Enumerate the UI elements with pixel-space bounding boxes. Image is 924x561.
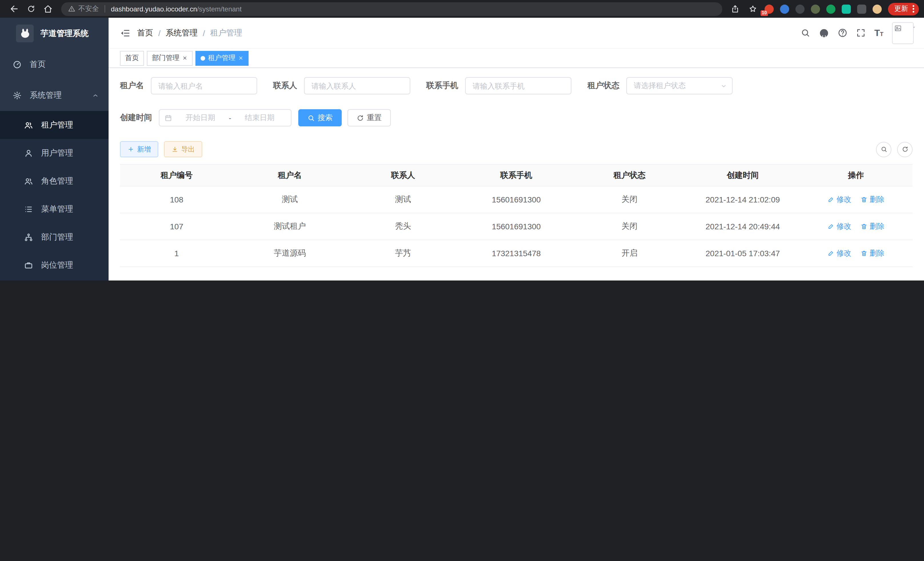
date-separator: - xyxy=(229,114,231,122)
sidebar-item-system[interactable]: 系统管理 xyxy=(0,80,109,111)
close-icon[interactable] xyxy=(182,56,188,61)
header-search-button[interactable] xyxy=(801,28,810,38)
app-logo[interactable]: 芋道管理系统 xyxy=(0,18,109,49)
main-area: 首页 / 系统管理 / 租户管理 TT xyxy=(109,18,924,281)
end-date-placeholder: 结束日期 xyxy=(233,113,286,123)
cell-tenant-name: 测试租户 xyxy=(233,213,346,240)
sidebar-item-dict[interactable]: 字典管理 xyxy=(0,279,109,281)
tab-dept-manage[interactable]: 部门管理 xyxy=(147,51,193,65)
sidebar-item-role[interactable]: 角色管理 xyxy=(0,167,109,195)
help-icon[interactable] xyxy=(838,28,848,38)
filter-label: 租户名 xyxy=(120,81,144,91)
reset-button[interactable]: 重置 xyxy=(347,109,391,126)
sidebar-item-tenant[interactable]: 租户管理 xyxy=(0,111,109,139)
delete-button[interactable]: 删除 xyxy=(861,221,885,232)
edit-button[interactable]: 修改 xyxy=(827,248,851,259)
extension-plug-icon[interactable] xyxy=(857,4,866,14)
user-avatar[interactable] xyxy=(892,22,914,44)
tags-view-bar: 首页 部门管理 租户管理 xyxy=(109,49,924,68)
extension-olive-icon[interactable] xyxy=(811,4,820,14)
cell-tenant-id: 107 xyxy=(120,213,233,240)
browser-update-button[interactable]: 更新 xyxy=(888,3,919,15)
edit-button[interactable]: 修改 xyxy=(827,221,851,232)
refresh-table-button[interactable] xyxy=(897,141,913,157)
tab-tenant-manage[interactable]: 租户管理 xyxy=(195,51,249,65)
tab-label: 租户管理 xyxy=(208,53,236,63)
bookmark-star-button[interactable] xyxy=(747,2,758,16)
add-button[interactable]: 新增 xyxy=(120,141,158,157)
cell-actions: 修改删除 xyxy=(800,186,913,213)
app-title: 芋道管理系统 xyxy=(40,28,88,39)
download-icon xyxy=(171,146,178,153)
sidebar-item-label: 角色管理 xyxy=(41,176,73,186)
breadcrumb-system[interactable]: 系统管理 xyxy=(166,28,198,38)
phone-input[interactable] xyxy=(465,77,572,94)
github-icon[interactable] xyxy=(819,28,829,38)
tenant-status-select[interactable]: 请选择租户状态 xyxy=(626,77,733,94)
delete-button[interactable]: 删除 xyxy=(861,248,885,259)
sidebar-item-dept[interactable]: 部门管理 xyxy=(0,223,109,251)
share-button[interactable] xyxy=(729,2,741,16)
refresh-icon xyxy=(357,114,364,122)
extension-blue-icon[interactable] xyxy=(780,4,789,14)
cell-phone: 15601691300 xyxy=(460,213,573,240)
filter-label: 租户状态 xyxy=(587,81,620,91)
filter-tenant-name: 租户名 xyxy=(120,77,257,94)
extension-dark-icon[interactable] xyxy=(795,4,805,14)
cell-status: 关闭 xyxy=(573,213,686,240)
tenant-name-input[interactable] xyxy=(151,77,257,94)
cell-tenant-name: 测试 xyxy=(233,186,346,213)
sidebar-item-label: 部门管理 xyxy=(41,232,73,242)
update-label: 更新 xyxy=(894,4,908,14)
edit-button[interactable]: 修改 xyxy=(827,194,851,205)
cell-status: 关闭 xyxy=(573,186,686,213)
search-button[interactable]: 搜索 xyxy=(298,109,342,126)
users-icon xyxy=(24,176,33,186)
extension-teal-icon[interactable] xyxy=(842,4,851,14)
create-time-range-picker[interactable]: 开始日期 - 结束日期 xyxy=(159,109,291,126)
font-size-small-glyph: T xyxy=(880,31,884,37)
extension-green-icon[interactable] xyxy=(826,4,836,14)
extension-badge: 10 xyxy=(760,10,768,16)
address-bar[interactable]: 不安全 dashboard.yudao.iocoder.cn/system/te… xyxy=(61,2,722,16)
fullscreen-icon[interactable] xyxy=(856,28,866,38)
browser-home-button[interactable] xyxy=(40,2,56,16)
close-icon[interactable] xyxy=(238,56,243,61)
contact-input[interactable] xyxy=(304,77,410,94)
gear-icon xyxy=(13,91,22,100)
table-header-row: 租户编号 租户名 联系人 联系手机 租户状态 创建时间 操作 xyxy=(120,164,913,186)
export-button[interactable]: 导出 xyxy=(164,141,202,157)
cell-tenant-name: 芋道源码 xyxy=(233,240,346,267)
topbar: 首页 / 系统管理 / 租户管理 TT xyxy=(109,18,924,49)
table-row: 108 测试 测试 15601691300 关闭 2021-12-14 21:0… xyxy=(120,186,913,213)
breadcrumb: 首页 / 系统管理 / 租户管理 xyxy=(137,28,242,38)
delete-label: 删除 xyxy=(870,248,885,259)
browser-reload-button[interactable] xyxy=(23,2,38,16)
breadcrumb-home[interactable]: 首页 xyxy=(137,28,153,38)
toggle-search-button[interactable] xyxy=(876,141,891,157)
tab-home[interactable]: 首页 xyxy=(120,51,144,65)
cell-created-at: 2021-12-14 21:02:09 xyxy=(686,186,799,213)
cell-contact: 测试 xyxy=(346,186,460,213)
user-menu[interactable] xyxy=(892,22,915,44)
select-placeholder: 请选择租户状态 xyxy=(634,81,686,91)
delete-label: 删除 xyxy=(870,221,885,232)
sidebar-item-post[interactable]: 岗位管理 xyxy=(0,251,109,279)
search-icon xyxy=(880,146,887,153)
cell-status: 开启 xyxy=(573,240,686,267)
sidebar-item-home[interactable]: 首页 xyxy=(0,49,109,80)
users-icon xyxy=(24,120,33,129)
extension-adblock-icon[interactable]: 10 xyxy=(765,4,774,14)
delete-button[interactable]: 删除 xyxy=(861,194,885,205)
extension-tan-icon[interactable] xyxy=(873,4,882,14)
browser-back-button[interactable] xyxy=(6,2,21,16)
search-button-label: 搜索 xyxy=(318,113,333,123)
cell-contact: 芋艿 xyxy=(346,240,460,267)
sidebar-item-menu[interactable]: 菜单管理 xyxy=(0,195,109,223)
sidebar-item-user[interactable]: 用户管理 xyxy=(0,139,109,167)
url-path: /system/tenant xyxy=(197,5,242,13)
tab-label: 部门管理 xyxy=(152,53,179,63)
font-size-button[interactable]: TT xyxy=(874,28,884,38)
security-chip[interactable]: 不安全 xyxy=(68,4,99,14)
sidebar-toggle-button[interactable] xyxy=(113,28,137,38)
